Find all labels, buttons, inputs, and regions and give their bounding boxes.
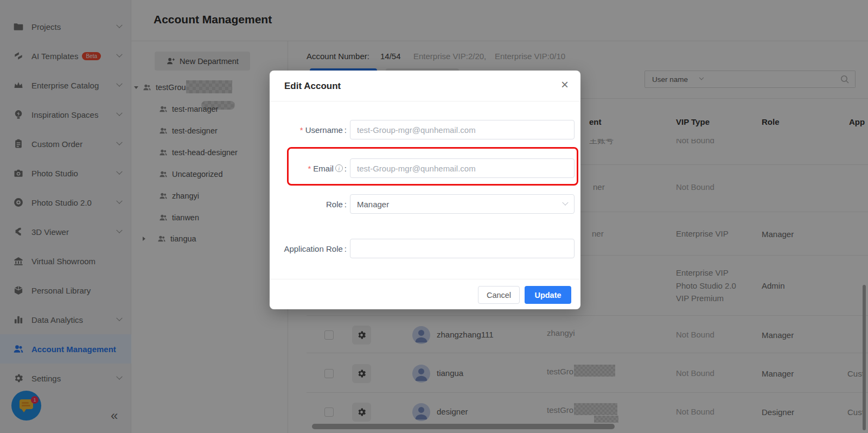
close-icon[interactable]: × <box>561 77 569 92</box>
role-select-value: Manager <box>357 200 389 209</box>
required-mark: * <box>308 164 311 173</box>
chevron-down-icon <box>562 200 568 206</box>
application-role-field[interactable] <box>350 239 575 258</box>
required-mark: * <box>300 125 303 135</box>
edit-account-modal: Edit Account × * Username : * Email i : … <box>270 71 580 309</box>
role-label: Role : <box>280 199 347 209</box>
application-role-label: Application Role : <box>280 243 347 254</box>
email-label: * Email i : <box>280 163 347 174</box>
modal-header-divider <box>270 101 580 101</box>
username-label: * Username : <box>280 124 347 135</box>
app-window: Projects AI TemplatesBeta Enterprise Cat… <box>0 0 868 433</box>
update-button[interactable]: Update <box>525 286 571 304</box>
role-select[interactable]: Manager <box>350 194 575 214</box>
cancel-button[interactable]: Cancel <box>478 286 520 304</box>
username-field[interactable] <box>350 120 575 139</box>
modal-footer-divider <box>270 279 580 279</box>
modal-title: Edit Account <box>284 81 341 92</box>
info-icon: i <box>335 164 343 172</box>
email-field[interactable] <box>350 158 575 178</box>
